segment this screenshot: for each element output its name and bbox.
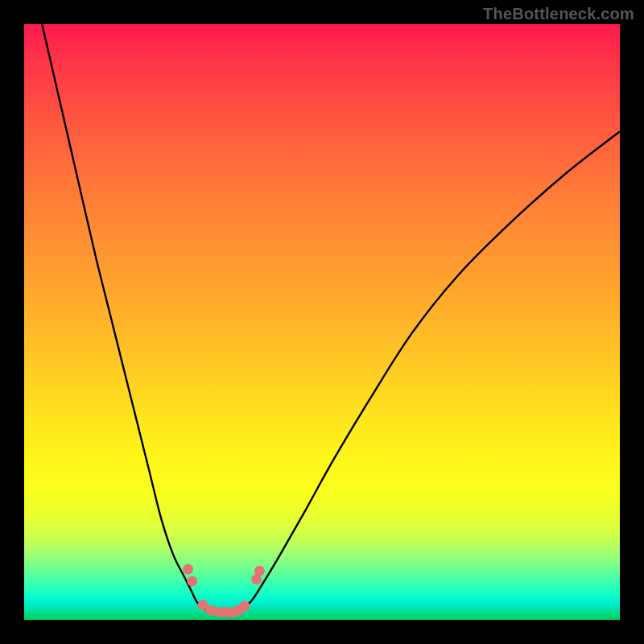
marker-point [254,566,265,576]
marker-point [183,564,193,575]
curves-svg [24,24,620,620]
marker-point [207,605,217,616]
attribution-text: TheBottleneck.com [483,5,634,23]
marker-points [183,564,265,617]
chart-frame: TheBottleneck.com [0,0,644,644]
marker-point [187,576,197,586]
right-curve-line [238,131,620,611]
plot-area [24,24,620,620]
left-curve-line [42,24,208,611]
marker-point [198,600,208,610]
marker-point [239,601,250,611]
